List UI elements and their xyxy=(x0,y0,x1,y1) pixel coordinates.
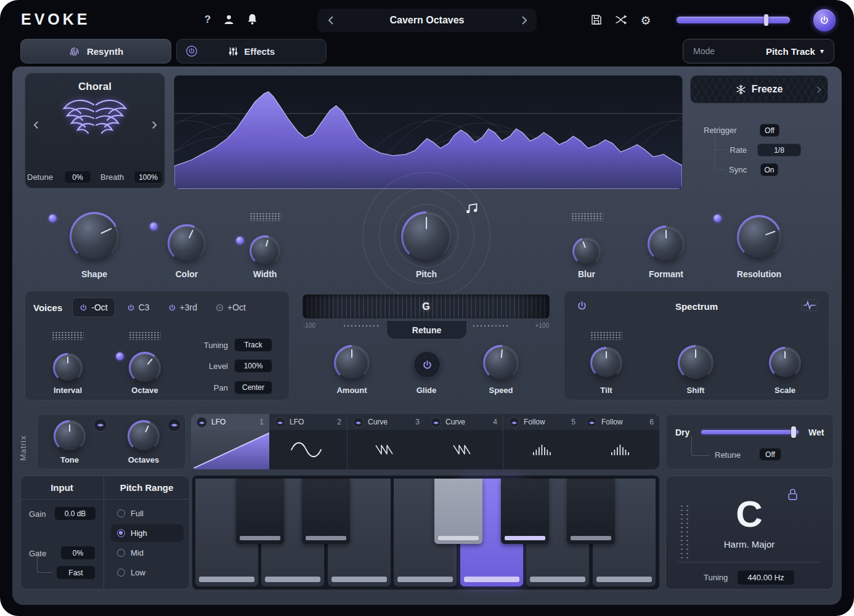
randomize-button[interactable] xyxy=(614,14,628,25)
voice-tab-oct-up[interactable]: +Oct xyxy=(209,298,253,317)
octave-label: Octave xyxy=(108,386,182,395)
retrigger-value[interactable]: Off xyxy=(760,124,779,137)
choral-next-button[interactable] xyxy=(148,115,160,136)
matrix-slot-lfo1[interactable]: ◀▶ LFO 1 xyxy=(191,414,269,469)
matrix-slot-follow6[interactable]: ◀▶ Follow 6 xyxy=(581,414,659,469)
detune-value[interactable]: 0% xyxy=(64,171,91,184)
width-label: Width xyxy=(228,269,302,279)
voice-tab-oct-down[interactable]: -Oct xyxy=(72,298,115,317)
mod-indicator-icon[interactable] xyxy=(49,214,57,222)
retune-tab[interactable]: Retune xyxy=(386,321,467,339)
radio-mid[interactable] xyxy=(117,549,125,557)
drywet-thumb[interactable] xyxy=(791,426,796,438)
radio-full[interactable] xyxy=(117,509,125,517)
stereo-mod-icon[interactable]: ◀▶ xyxy=(94,418,107,432)
preset-name[interactable]: Cavern Octaves xyxy=(345,15,509,26)
breath-value[interactable]: 100% xyxy=(134,171,163,184)
interval-knob[interactable] xyxy=(53,353,83,383)
black-key[interactable] xyxy=(501,479,549,544)
input-title: Input xyxy=(20,482,104,493)
matrix-slot-follow5[interactable]: ◀▶ Follow 5 xyxy=(503,414,581,469)
gate-value[interactable]: 0% xyxy=(60,546,96,560)
glide-button[interactable] xyxy=(413,351,441,378)
blur-knob[interactable] xyxy=(572,237,601,265)
retune-slider[interactable]: G xyxy=(302,294,550,319)
notifications-button[interactable] xyxy=(246,13,258,25)
pan-value[interactable]: Center xyxy=(234,381,272,394)
gate-tree xyxy=(37,554,52,573)
output-slider[interactable] xyxy=(677,17,790,23)
mod-indicator-icon[interactable] xyxy=(150,222,158,230)
matrix-slot-lfo2[interactable]: ◀▶ LFO 2 xyxy=(269,414,347,469)
black-key-highlighted[interactable] xyxy=(434,479,482,544)
freeze-button[interactable]: Freeze xyxy=(690,75,828,103)
pitch-knob[interactable] xyxy=(401,211,452,262)
sync-label: Sync xyxy=(710,165,747,174)
retune-note: G xyxy=(303,294,550,318)
choral-prev-button[interactable] xyxy=(30,115,42,136)
tone-knob[interactable] xyxy=(54,420,86,452)
tilt-knob[interactable] xyxy=(590,347,622,379)
matrix-retune-label: Retune xyxy=(715,450,741,460)
matrix-retune-value[interactable]: Off xyxy=(759,448,781,461)
shape-knob[interactable] xyxy=(70,212,119,261)
speed-knob[interactable] xyxy=(483,345,519,381)
spectrum-wave-button[interactable] xyxy=(801,299,818,311)
gain-value[interactable]: 0.0 dB xyxy=(54,506,96,521)
mode-select[interactable]: Mode Pitch Track ▾ xyxy=(683,39,834,63)
mod-indicator-icon[interactable] xyxy=(236,237,244,245)
chevron-down-icon: ▾ xyxy=(820,47,824,55)
tuning-value[interactable]: Track xyxy=(234,338,272,352)
octaves-knob[interactable] xyxy=(128,420,160,452)
voice-tab-c3[interactable]: C3 xyxy=(120,298,157,317)
preset-next-button[interactable] xyxy=(518,12,531,28)
effects-power-icon xyxy=(185,45,198,57)
master-tuning-value[interactable]: 440.00 Hz xyxy=(737,570,795,585)
octave-knob[interactable] xyxy=(129,352,161,384)
tab-resynth[interactable]: Resynth xyxy=(20,39,171,63)
mod-indicator-icon[interactable] xyxy=(714,214,722,222)
option-high-label[interactable]: High xyxy=(131,529,147,538)
shift-knob[interactable] xyxy=(678,345,714,381)
mod-source-icon: ◀▶ xyxy=(509,417,519,428)
tab-effects[interactable]: Effects xyxy=(176,39,327,63)
preset-prev-button[interactable] xyxy=(324,12,338,28)
black-key[interactable] xyxy=(236,479,284,544)
radio-low[interactable] xyxy=(117,569,125,577)
black-key[interactable] xyxy=(302,479,350,544)
slider-thumb[interactable] xyxy=(764,14,768,26)
matrix-slot-curve3[interactable]: ◀▶ Curve 3 xyxy=(348,414,425,469)
rate-value[interactable]: 1/8 xyxy=(757,144,801,156)
save-button[interactable] xyxy=(590,14,603,26)
matrix-slot-curve4[interactable]: ◀▶ Curve 4 xyxy=(425,414,503,469)
radio-high[interactable] xyxy=(117,529,125,537)
black-key[interactable] xyxy=(567,479,615,544)
voice-tab-3rd[interactable]: +3rd xyxy=(161,298,204,317)
mod-indicator-icon[interactable] xyxy=(116,352,124,360)
retune-scale-max: +100 xyxy=(521,322,549,329)
key-scale-name[interactable]: Harm. Major xyxy=(690,539,808,549)
color-knob[interactable] xyxy=(168,224,206,262)
option-low-label[interactable]: Low xyxy=(131,568,145,577)
resolution-knob[interactable] xyxy=(737,215,781,259)
settings-button[interactable]: ⚙ xyxy=(639,12,653,28)
shift-label: Shift xyxy=(659,386,733,395)
option-full-label[interactable]: Full xyxy=(131,509,144,518)
level-value[interactable]: 100% xyxy=(234,359,272,373)
amount-knob[interactable] xyxy=(334,345,370,381)
logo: EVOKE xyxy=(21,10,91,28)
account-button[interactable] xyxy=(223,14,235,25)
width-knob[interactable] xyxy=(250,235,280,266)
scale-knob[interactable] xyxy=(769,347,801,379)
gate-speed-value[interactable]: Fast xyxy=(56,565,96,580)
formant-knob[interactable] xyxy=(648,225,685,262)
mod-source-icon: ◀▶ xyxy=(587,417,597,428)
slot-waveform xyxy=(581,430,659,469)
slot-waveform xyxy=(425,430,503,469)
drywet-slider[interactable] xyxy=(701,430,799,434)
help-button[interactable]: ? xyxy=(201,12,214,27)
power-button[interactable] xyxy=(813,9,836,31)
sync-value[interactable]: On xyxy=(760,163,778,176)
option-mid-label[interactable]: Mid xyxy=(131,548,144,557)
stereo-mod-icon[interactable]: ◀▶ xyxy=(168,418,181,432)
